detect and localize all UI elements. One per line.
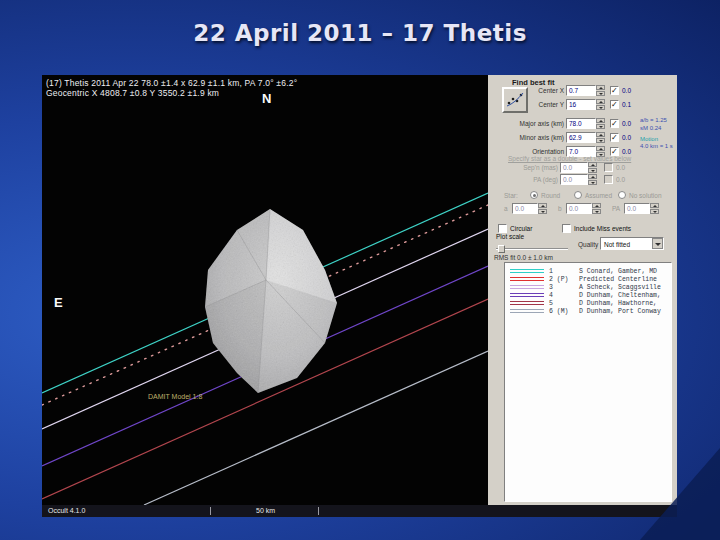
occult-app-screenshot: (17) Thetis 2011 Apr 22 78.0 ±1.4 x 62.9… [42, 75, 677, 517]
fit-control-panel: Find best fit Center X 0.7 0.0 Center Y … [488, 75, 677, 505]
star-options-row: Star: Round Assumed No solution [488, 190, 677, 202]
shape-model-label: DAMIT Model 1:8 [148, 393, 202, 400]
field-label: Sep'n (mas) [488, 164, 558, 171]
plot-scale-slider[interactable] [496, 245, 568, 253]
star-label: Star: [504, 192, 518, 199]
param-a-stepper[interactable] [538, 203, 547, 214]
param-b-stepper[interactable] [592, 203, 601, 214]
sigma-value: 0.0 [622, 120, 631, 127]
chord-color-swatch [510, 269, 544, 273]
param-a-input[interactable]: 0.0 [512, 203, 538, 214]
field-label: Center Y [488, 101, 564, 108]
quality-label: Quality [578, 241, 598, 248]
sigma-value: 0.0 [616, 176, 625, 183]
minor-axis-checkbox[interactable] [610, 133, 619, 142]
major-axis-checkbox[interactable] [610, 119, 619, 128]
separation-stepper[interactable] [588, 162, 597, 173]
sigma-value: 0.0 [616, 164, 625, 171]
separation-input[interactable]: 0.0 [560, 162, 588, 173]
chord-color-swatch [510, 309, 544, 313]
param-b-input[interactable]: 0.0 [566, 203, 592, 214]
major-axis-input[interactable]: 78.0 [566, 118, 596, 129]
statusbar-separator [210, 507, 211, 515]
param-pa-input[interactable]: 0.0 [624, 203, 650, 214]
chord-color-swatch [510, 301, 544, 305]
include-miss-checkbox[interactable] [562, 224, 571, 233]
slide-title: 22 April 2011 – 17 Thetis [0, 20, 720, 46]
star-option-radio[interactable] [618, 191, 626, 199]
observer-name: D Dunham, Cheltenham, [579, 292, 661, 299]
radio-label: No solution [629, 192, 662, 199]
center-x-checkbox[interactable] [610, 86, 619, 95]
star-option-radio[interactable] [530, 191, 538, 199]
field-label: Minor axis (km) [488, 134, 564, 141]
chord-number: 2 (P) [549, 276, 569, 283]
occultation-plot: (17) Thetis 2011 Apr 22 78.0 ±1.4 x 62.9… [42, 75, 488, 505]
separation-row: Sep'n (mas) 0.0 0.0 [488, 162, 677, 174]
field-label: Orientation [488, 148, 564, 155]
plot-header-line2: Geocentric X 4808.7 ±0.8 Y 3550.2 ±1.9 k… [46, 88, 219, 98]
slider-thumb[interactable] [498, 245, 505, 253]
legend-row[interactable]: 3 A Scheck, Scaggsville [505, 284, 671, 292]
center-y-stepper[interactable] [596, 99, 605, 110]
sigma-value: 0.0 [622, 134, 631, 141]
minor-axis-input[interactable]: 62.9 [566, 132, 596, 143]
center-x-input[interactable]: 0.7 [566, 85, 596, 96]
quality-dropdown[interactable]: Not fitted [600, 237, 664, 250]
asteroid-shape-model [205, 209, 337, 393]
legend-row[interactable]: 5 D Dunham, Hawthorne, [505, 300, 671, 308]
motion-scale-note: 4.0 km = 1 s [640, 143, 673, 149]
double-star-link[interactable]: Specify star as a double - set values be… [508, 155, 631, 162]
presentation-slide: 22 April 2011 – 17 Thetis [0, 0, 720, 540]
chord-color-swatch [510, 285, 544, 289]
plot-header-line1: (17) Thetis 2011 Apr 22 78.0 ±1.4 x 62.9… [46, 78, 297, 88]
slider-track [496, 248, 568, 250]
param-label: a [504, 205, 508, 212]
circular-checkbox[interactable] [498, 224, 507, 233]
field-label: Major axis (km) [488, 120, 564, 127]
minor-axis-stepper[interactable] [596, 132, 605, 143]
observer-name: A Scheck, Scaggsville [579, 284, 661, 291]
pa-row: PA (deg) 0.0 0.0 [488, 174, 677, 186]
legend-row[interactable]: 4 D Dunham, Cheltenham, [505, 292, 671, 300]
chord-number: 6 (M) [549, 308, 569, 315]
quality-value: Not fitted [604, 241, 630, 248]
separation-checkbox[interactable] [604, 163, 613, 172]
east-direction-label: E [54, 295, 63, 310]
field-label: PA (deg) [488, 176, 558, 183]
rms-fit-text: RMS fit 0.0 ± 1.0 km [494, 254, 553, 261]
chord-color-swatch [510, 277, 544, 281]
param-pa-stepper[interactable] [650, 203, 659, 214]
axes-ratio-note: a/b = 1.25 [640, 117, 667, 123]
legend-row[interactable]: 1 S Conard, Gamber, MD [505, 268, 671, 276]
radio-label: Round [541, 192, 560, 199]
include-miss-label: Include Miss events [574, 225, 631, 232]
chord-number: 1 [549, 268, 553, 275]
plot-scale-label: Plot scale [496, 233, 524, 240]
north-direction-label: N [262, 91, 271, 106]
major-axis-stepper[interactable] [596, 118, 605, 129]
pa-checkbox[interactable] [604, 175, 613, 184]
field-label: Center X [488, 87, 564, 94]
pa-input[interactable]: 0.0 [560, 174, 588, 185]
sigma-value: 0.0 [622, 87, 631, 94]
param-label: PA [612, 205, 620, 212]
chevron-down-icon[interactable] [652, 238, 663, 249]
scale-bar-label: 50 km [256, 507, 275, 514]
legend-row[interactable]: 2 (P) Predicted Centerline [505, 276, 671, 284]
chord-number: 4 [549, 292, 553, 299]
motion-note: Motion [640, 136, 658, 142]
star-option-radio[interactable] [574, 191, 582, 199]
legend-row[interactable]: 6 (M) D Dunham, Port Conway [505, 308, 671, 316]
circular-label: Circular [510, 225, 532, 232]
fit-row-center-x: Center X 0.7 0.0 [488, 85, 677, 97]
chord-6 [144, 351, 488, 505]
sigma-value: 0.1 [622, 101, 631, 108]
center-y-checkbox[interactable] [610, 100, 619, 109]
pa-stepper[interactable] [588, 174, 597, 185]
sm-note: sM 0.24 [640, 125, 661, 131]
center-y-input[interactable]: 16 [566, 99, 596, 110]
fit-row-center-y: Center Y 16 0.1 [488, 99, 677, 111]
observer-name: S Conard, Gamber, MD [579, 268, 657, 275]
center-x-stepper[interactable] [596, 85, 605, 96]
